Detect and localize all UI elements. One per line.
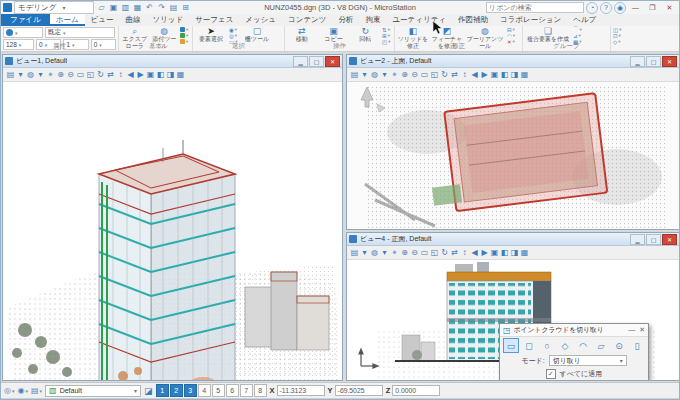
- adjust-view-icon[interactable]: ⌖: [46, 69, 55, 80]
- view-next-icon[interactable]: ▶: [480, 247, 489, 258]
- view-previous-icon[interactable]: ◀: [126, 69, 135, 80]
- minimize-button[interactable]: —: [628, 2, 643, 13]
- maximize-button[interactable]: ❐: [645, 2, 660, 13]
- display-style-icon[interactable]: ◍: [370, 69, 379, 80]
- view-attributes-arrow-icon[interactable]: ▾: [16, 69, 25, 80]
- active-model-icon[interactable]: ▤: [31, 386, 42, 395]
- clip-volume-icon[interactable]: ◧: [500, 69, 509, 80]
- dialog-title-bar[interactable]: ◳ ポイントクラウドを切り取り — ✕: [500, 324, 648, 337]
- view1-viewport[interactable]: [3, 82, 342, 380]
- view-toggle-4[interactable]: 4: [198, 384, 211, 397]
- zoom-out-icon[interactable]: ⊖: [410, 247, 419, 258]
- fillet-icon[interactable]: ◠: [507, 33, 517, 38]
- select-single-icon[interactable]: ◉: [229, 27, 239, 32]
- create-region-icon[interactable]: ⊿: [573, 33, 583, 38]
- copy-view-icon[interactable]: ▣: [490, 69, 499, 80]
- zoom-in-icon[interactable]: ⊕: [56, 69, 65, 80]
- view2-title-bar[interactable]: ビュー2 - 上面, Default ▁ ▢ ✕: [347, 55, 679, 68]
- print-icon[interactable]: ▤: [168, 2, 179, 13]
- view2-minimize-button[interactable]: ▁: [630, 56, 645, 67]
- pan-view-icon[interactable]: ⇄: [106, 69, 115, 80]
- mirror-icon[interactable]: ⇅: [382, 27, 392, 32]
- compress-icon[interactable]: ▦: [132, 2, 143, 13]
- view-attributes-icon[interactable]: ▤: [6, 69, 15, 80]
- adjust-view-icon[interactable]: ⌖: [390, 69, 399, 80]
- zoom-out-icon[interactable]: ⊖: [410, 69, 419, 80]
- save-icon[interactable]: ▣: [108, 2, 119, 13]
- view-attributes-icon[interactable]: ▤: [350, 247, 359, 258]
- copy-view-icon[interactable]: ▣: [490, 247, 499, 258]
- overflow-tool-2-icon[interactable]: ⊡: [613, 33, 623, 38]
- view-attributes-arrow-icon[interactable]: ▾: [360, 69, 369, 80]
- view4-title-bar[interactable]: ビュー4 - 正面, Default ▁ ▢ ✕: [347, 233, 679, 246]
- dialog-minimize-button[interactable]: —: [628, 326, 635, 334]
- copy-view-icon[interactable]: ▣: [146, 69, 155, 80]
- view-attributes-icon[interactable]: ▤: [350, 69, 359, 80]
- view2-close-button[interactable]: ✕: [662, 56, 677, 67]
- display-style-icon[interactable]: ◍: [26, 69, 35, 80]
- clip-freeform-icon[interactable]: ◠: [575, 338, 591, 353]
- display-style-arrow-icon[interactable]: ▾: [36, 69, 45, 80]
- window-area-icon[interactable]: ▭: [420, 69, 429, 80]
- overflow-tool-3-icon[interactable]: ◇: [613, 39, 623, 44]
- view-toggle-2[interactable]: 2: [170, 384, 183, 397]
- y-coordinate-field[interactable]: -69.5025: [335, 385, 383, 396]
- close-button[interactable]: ✕: [662, 2, 677, 13]
- tab-file[interactable]: ファイル: [1, 14, 50, 26]
- walk-icon[interactable]: ↕: [460, 69, 469, 80]
- create-complex-button[interactable]: ❏ 複合要素を作成: [525, 27, 571, 43]
- clip-circle-icon[interactable]: ○: [539, 338, 555, 353]
- trim-icon[interactable]: ⊟: [507, 27, 517, 32]
- x-coordinate-field[interactable]: -11.3123: [277, 385, 325, 396]
- array-icon[interactable]: ⊞: [382, 33, 392, 38]
- view-menu-icon[interactable]: [349, 57, 357, 65]
- display-style-arrow-icon[interactable]: ▾: [380, 69, 389, 80]
- window-area-icon[interactable]: ▭: [420, 247, 429, 258]
- clip-file-icon[interactable]: ▯: [629, 338, 645, 353]
- view-menu-icon[interactable]: [349, 235, 357, 243]
- isometric-building-model[interactable]: [3, 82, 342, 380]
- zoom-in-icon[interactable]: ⊕: [400, 69, 409, 80]
- view1-maximize-button[interactable]: ▢: [309, 56, 324, 67]
- account-icon[interactable]: ◉: [614, 2, 626, 14]
- display-style-icon[interactable]: ◍: [370, 247, 379, 258]
- view4-minimize-button[interactable]: ▁: [630, 234, 645, 245]
- clip-block-icon[interactable]: ▭: [503, 338, 519, 353]
- view-previous-icon[interactable]: ◀: [470, 247, 479, 258]
- view4-close-button[interactable]: ✕: [662, 234, 677, 245]
- overflow-tool-1-icon[interactable]: ◫: [613, 27, 623, 32]
- pan-view-icon[interactable]: ⇄: [450, 69, 459, 80]
- clip-volume-icon[interactable]: ◧: [500, 247, 509, 258]
- view-next-icon[interactable]: ▶: [136, 69, 145, 80]
- view4-viewport[interactable]: ◳ ポイントクラウドを切り取り — ✕ ▭◻○◇◠▱⊙▯ モード: 切り取り: [347, 260, 679, 380]
- rotate-button[interactable]: ↻ 回転: [350, 27, 380, 43]
- locks-icon[interactable]: ◉: [18, 386, 29, 395]
- dialog-toggles-icon[interactable]: [180, 27, 190, 32]
- tab-solids[interactable]: ソリッド: [146, 14, 189, 26]
- rotate-view-icon[interactable]: ↻: [440, 69, 449, 80]
- open-view-group-icon[interactable]: ◪: [144, 386, 153, 396]
- saved-views-icon[interactable]: ▦: [176, 69, 185, 80]
- fit-view-icon[interactable]: ◱: [86, 69, 95, 80]
- snap-mode-icon[interactable]: ◎: [4, 386, 15, 395]
- clip-mask-icon[interactable]: ◨: [510, 247, 519, 258]
- view-menu-icon[interactable]: [5, 57, 13, 65]
- tab-curves[interactable]: 曲線: [119, 14, 146, 26]
- copy-button[interactable]: ▣ コピー: [319, 27, 349, 43]
- saved-views-icon[interactable]: ▦: [520, 247, 529, 258]
- mode-dropdown[interactable]: 切り取り: [549, 355, 627, 366]
- tab-content[interactable]: コンテンツ: [282, 14, 332, 26]
- view-toggle-3[interactable]: 3: [184, 384, 197, 397]
- clip-mask-icon[interactable]: ◨: [166, 69, 175, 80]
- saved-views-icon[interactable]: ▦: [520, 69, 529, 80]
- tab-analyze[interactable]: 分析: [332, 14, 359, 26]
- zoom-in-icon[interactable]: ⊕: [400, 247, 409, 258]
- view2-viewport[interactable]: [347, 82, 679, 229]
- active-color-dropdown[interactable]: [3, 27, 43, 38]
- tab-help[interactable]: ヘルプ: [567, 14, 602, 26]
- clip-ellipse-icon[interactable]: ◇: [557, 338, 573, 353]
- help-icon[interactable]: ?: [600, 2, 612, 14]
- drop-element-icon[interactable]: ⌒: [573, 27, 583, 32]
- top-view-point-cloud[interactable]: [347, 82, 679, 229]
- display-style-arrow-icon[interactable]: ▾: [380, 247, 389, 258]
